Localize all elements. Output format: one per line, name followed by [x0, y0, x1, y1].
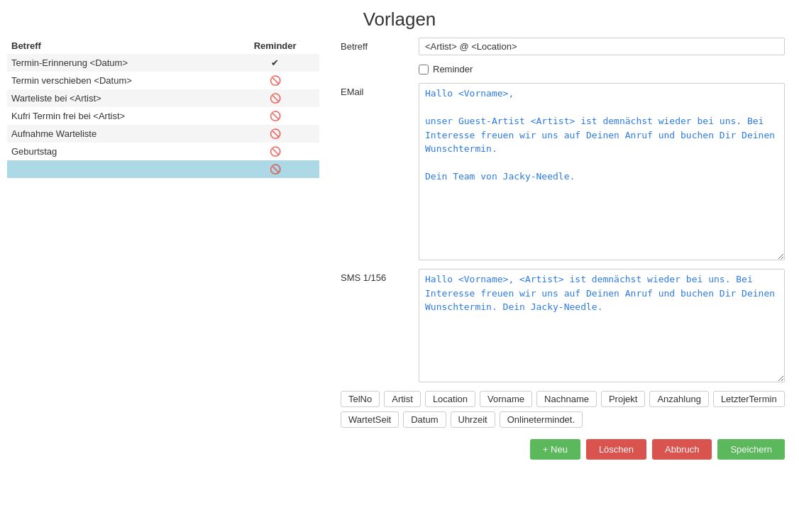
sms-textarea[interactable] — [419, 269, 785, 382]
tag-button-letztertermin[interactable]: LetzterTermin — [713, 391, 785, 407]
row-betreff: Aufnahme Warteliste — [7, 125, 231, 143]
tag-button-anzahlung[interactable]: Anzahlung — [649, 391, 708, 407]
row-reminder-icon: 🚫 — [231, 107, 319, 125]
table-row[interactable]: Kufri Termin frei bei <Artist>🚫 — [7, 107, 319, 125]
table-row[interactable]: Aufnahme Warteliste🚫 — [7, 125, 319, 143]
row-betreff: Warteliste bei <Artist> — [7, 89, 231, 107]
email-row: EMail — [341, 83, 785, 260]
tag-button-uhrzeit[interactable]: Uhrzeit — [451, 411, 495, 428]
row-betreff: Kufri Termin frei bei <Artist> — [7, 107, 231, 125]
row-reminder-icon: 🚫 — [231, 72, 319, 89]
ban-icon: 🚫 — [270, 111, 281, 121]
ban-icon: 🚫 — [270, 146, 281, 157]
ban-icon: 🚫 — [270, 75, 281, 86]
ban-icon: 🚫 — [270, 164, 281, 174]
row-betreff: Geburtstag — [7, 143, 231, 160]
table-row[interactable]: 🚫 — [7, 160, 319, 178]
tag-button-datum[interactable]: Datum — [403, 411, 446, 428]
row-reminder-icon: 🚫 — [231, 160, 319, 178]
reminder-row: Reminder — [341, 64, 785, 74]
templates-table: Betreff Reminder Termin-Erinnerung <Datu… — [7, 38, 319, 178]
tag-button-onlinetermindet.[interactable]: Onlinetermindet. — [500, 411, 583, 428]
email-textarea[interactable] — [419, 83, 785, 260]
row-reminder-icon: 🚫 — [231, 143, 319, 160]
betreff-row: Betreff — [341, 38, 785, 55]
neu-button[interactable]: + Neu — [530, 439, 580, 460]
tags-row-1: TelNoArtistLocationVornameNachnameProjek… — [341, 391, 785, 407]
col-header-reminder: Reminder — [231, 38, 319, 54]
row-reminder-icon: ✔ — [231, 54, 319, 72]
table-row[interactable]: Termin verschieben <Datum>🚫 — [7, 72, 319, 89]
betreff-input[interactable] — [419, 38, 785, 55]
row-betreff — [7, 160, 231, 178]
table-row[interactable]: Warteliste bei <Artist>🚫 — [7, 89, 319, 107]
reminder-checkbox-area: Reminder — [419, 64, 473, 74]
col-header-betreff: Betreff — [7, 38, 231, 54]
table-row[interactable]: Geburtstag🚫 — [7, 143, 319, 160]
tag-button-projekt[interactable]: Projekt — [601, 391, 645, 407]
tag-button-vorname[interactable]: Vorname — [480, 391, 532, 407]
loeschen-button[interactable]: Löschen — [586, 439, 646, 460]
sms-label: SMS 1/156 — [341, 269, 419, 283]
tags-section: TelNoArtistLocationVornameNachnameProjek… — [341, 391, 785, 428]
right-panel: Betreff Reminder EMail SMS 1/156 TelNoAr… — [326, 38, 799, 532]
left-panel: Betreff Reminder Termin-Erinnerung <Datu… — [0, 38, 326, 532]
email-label: EMail — [341, 83, 419, 97]
reminder-checkbox[interactable] — [419, 65, 429, 74]
checkmark-icon: ✔ — [271, 57, 279, 68]
action-row: + Neu Löschen Abbruch Speichern — [341, 439, 785, 460]
row-reminder-icon: 🚫 — [231, 89, 319, 107]
abbruch-button[interactable]: Abbruch — [652, 439, 712, 460]
ban-icon: 🚫 — [270, 128, 281, 139]
ban-icon: 🚫 — [270, 93, 281, 104]
tags-row-2: WartetSeitDatumUhrzeitOnlinetermindet. — [341, 411, 785, 428]
tag-button-telno[interactable]: TelNo — [341, 391, 380, 407]
tag-button-nachname[interactable]: Nachname — [536, 391, 597, 407]
tag-button-location[interactable]: Location — [425, 391, 475, 407]
betreff-label: Betreff — [341, 38, 419, 52]
page-title: Vorlagen — [0, 0, 799, 38]
row-betreff: Termin verschieben <Datum> — [7, 72, 231, 89]
row-reminder-icon: 🚫 — [231, 125, 319, 143]
tag-button-wartetseit[interactable]: WartetSeit — [341, 411, 399, 428]
table-row[interactable]: Termin-Erinnerung <Datum>✔ — [7, 54, 319, 72]
sms-row: SMS 1/156 — [341, 269, 785, 382]
row-betreff: Termin-Erinnerung <Datum> — [7, 54, 231, 72]
speichern-button[interactable]: Speichern — [717, 439, 785, 460]
tag-button-artist[interactable]: Artist — [384, 391, 421, 407]
reminder-label: Reminder — [433, 64, 473, 74]
